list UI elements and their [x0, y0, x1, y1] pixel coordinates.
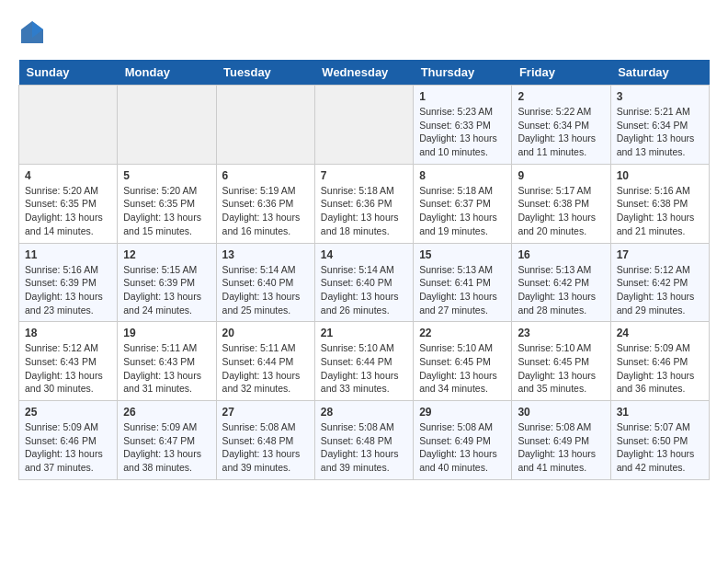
weekday-header-wednesday: Wednesday — [314, 60, 413, 86]
day-number: 1 — [419, 90, 506, 103]
calendar-day-cell: 14Sunrise: 5:14 AM Sunset: 6:40 PM Dayli… — [314, 243, 413, 322]
day-number: 3 — [617, 90, 703, 103]
weekday-header-sunday: Sunday — [19, 60, 118, 86]
page-header — [18, 18, 710, 46]
weekday-header-thursday: Thursday — [414, 60, 512, 86]
day-info: Sunrise: 5:23 AM Sunset: 6:33 PM Dayligh… — [419, 105, 506, 159]
day-info: Sunrise: 5:16 AM Sunset: 6:38 PM Dayligh… — [617, 184, 703, 238]
calendar-day-cell: 30Sunrise: 5:08 AM Sunset: 6:49 PM Dayli… — [512, 401, 610, 480]
day-info: Sunrise: 5:14 AM Sunset: 6:40 PM Dayligh… — [222, 263, 309, 317]
calendar-day-cell: 9Sunrise: 5:17 AM Sunset: 6:38 PM Daylig… — [512, 164, 610, 243]
calendar-day-cell: 12Sunrise: 5:15 AM Sunset: 6:39 PM Dayli… — [118, 243, 216, 322]
calendar-week-row: 18Sunrise: 5:12 AM Sunset: 6:43 PM Dayli… — [19, 322, 710, 401]
day-info: Sunrise: 5:08 AM Sunset: 6:48 PM Dayligh… — [321, 420, 407, 475]
calendar-day-cell: 27Sunrise: 5:08 AM Sunset: 6:48 PM Dayli… — [216, 401, 314, 480]
day-number: 30 — [518, 406, 604, 419]
day-info: Sunrise: 5:19 AM Sunset: 6:36 PM Dayligh… — [222, 184, 309, 238]
day-info: Sunrise: 5:10 AM Sunset: 6:45 PM Dayligh… — [518, 341, 604, 396]
calendar-day-cell: 3Sunrise: 5:21 AM Sunset: 6:34 PM Daylig… — [610, 86, 709, 165]
weekday-header-row: SundayMondayTuesdayWednesdayThursdayFrid… — [19, 60, 710, 86]
day-info: Sunrise: 5:09 AM Sunset: 6:46 PM Dayligh… — [25, 420, 111, 475]
day-info: Sunrise: 5:08 AM Sunset: 6:49 PM Dayligh… — [419, 420, 506, 475]
day-number: 7 — [321, 169, 407, 182]
weekday-header-friday: Friday — [512, 60, 610, 86]
calendar-day-cell: 24Sunrise: 5:09 AM Sunset: 6:46 PM Dayli… — [610, 322, 709, 401]
calendar-day-cell: 15Sunrise: 5:13 AM Sunset: 6:41 PM Dayli… — [414, 243, 512, 322]
day-info: Sunrise: 5:14 AM Sunset: 6:40 PM Dayligh… — [321, 263, 407, 317]
weekday-header-tuesday: Tuesday — [216, 60, 314, 86]
day-number: 18 — [25, 327, 111, 339]
calendar-day-cell: 22Sunrise: 5:10 AM Sunset: 6:45 PM Dayli… — [414, 322, 512, 401]
day-number: 2 — [518, 90, 604, 103]
day-number: 26 — [123, 406, 210, 419]
weekday-header-monday: Monday — [118, 60, 216, 86]
day-number: 22 — [419, 327, 506, 339]
day-info: Sunrise: 5:07 AM Sunset: 6:50 PM Dayligh… — [617, 420, 703, 475]
day-number: 28 — [321, 406, 407, 419]
weekday-header-saturday: Saturday — [610, 60, 709, 86]
calendar-table: SundayMondayTuesdayWednesdayThursdayFrid… — [18, 60, 710, 480]
calendar-day-cell: 18Sunrise: 5:12 AM Sunset: 6:43 PM Dayli… — [19, 322, 118, 401]
day-number: 5 — [123, 169, 210, 182]
calendar-day-cell: 16Sunrise: 5:13 AM Sunset: 6:42 PM Dayli… — [512, 243, 610, 322]
day-number: 25 — [25, 406, 111, 419]
day-number: 4 — [25, 169, 111, 182]
day-info: Sunrise: 5:08 AM Sunset: 6:49 PM Dayligh… — [518, 420, 604, 475]
calendar-day-cell: 2Sunrise: 5:22 AM Sunset: 6:34 PM Daylig… — [512, 86, 610, 165]
day-info: Sunrise: 5:20 AM Sunset: 6:35 PM Dayligh… — [25, 184, 111, 238]
day-info: Sunrise: 5:08 AM Sunset: 6:48 PM Dayligh… — [222, 420, 309, 475]
day-info: Sunrise: 5:11 AM Sunset: 6:44 PM Dayligh… — [222, 341, 309, 396]
calendar-day-cell: 21Sunrise: 5:10 AM Sunset: 6:44 PM Dayli… — [314, 322, 413, 401]
calendar-week-row: 25Sunrise: 5:09 AM Sunset: 6:46 PM Dayli… — [19, 401, 710, 480]
calendar-day-cell — [314, 86, 413, 165]
day-info: Sunrise: 5:16 AM Sunset: 6:39 PM Dayligh… — [25, 263, 111, 317]
day-number: 21 — [321, 327, 407, 339]
day-number: 27 — [222, 406, 309, 419]
day-info: Sunrise: 5:18 AM Sunset: 6:36 PM Dayligh… — [321, 184, 407, 238]
day-number: 23 — [518, 327, 604, 339]
calendar-day-cell: 10Sunrise: 5:16 AM Sunset: 6:38 PM Dayli… — [610, 164, 709, 243]
day-number: 13 — [222, 248, 309, 261]
day-number: 8 — [419, 169, 506, 182]
day-info: Sunrise: 5:13 AM Sunset: 6:41 PM Dayligh… — [419, 263, 506, 317]
day-info: Sunrise: 5:22 AM Sunset: 6:34 PM Dayligh… — [518, 105, 604, 159]
calendar-day-cell: 1Sunrise: 5:23 AM Sunset: 6:33 PM Daylig… — [414, 86, 512, 165]
day-number: 9 — [518, 169, 604, 182]
calendar-day-cell: 20Sunrise: 5:11 AM Sunset: 6:44 PM Dayli… — [216, 322, 314, 401]
day-number: 14 — [321, 248, 407, 261]
calendar-day-cell — [118, 86, 216, 165]
day-number: 15 — [419, 248, 506, 261]
day-info: Sunrise: 5:12 AM Sunset: 6:43 PM Dayligh… — [25, 341, 111, 396]
day-info: Sunrise: 5:13 AM Sunset: 6:42 PM Dayligh… — [518, 263, 604, 317]
day-number: 20 — [222, 327, 309, 339]
day-info: Sunrise: 5:09 AM Sunset: 6:46 PM Dayligh… — [617, 341, 703, 396]
calendar-day-cell: 23Sunrise: 5:10 AM Sunset: 6:45 PM Dayli… — [512, 322, 610, 401]
calendar-day-cell: 31Sunrise: 5:07 AM Sunset: 6:50 PM Dayli… — [610, 401, 709, 480]
day-info: Sunrise: 5:20 AM Sunset: 6:35 PM Dayligh… — [123, 184, 210, 238]
calendar-week-row: 4Sunrise: 5:20 AM Sunset: 6:35 PM Daylig… — [19, 164, 710, 243]
day-info: Sunrise: 5:09 AM Sunset: 6:47 PM Dayligh… — [123, 420, 210, 475]
calendar-day-cell: 26Sunrise: 5:09 AM Sunset: 6:47 PM Dayli… — [118, 401, 216, 480]
day-info: Sunrise: 5:11 AM Sunset: 6:43 PM Dayligh… — [123, 341, 210, 396]
calendar-day-cell: 8Sunrise: 5:18 AM Sunset: 6:37 PM Daylig… — [414, 164, 512, 243]
day-info: Sunrise: 5:10 AM Sunset: 6:44 PM Dayligh… — [321, 341, 407, 396]
day-info: Sunrise: 5:12 AM Sunset: 6:42 PM Dayligh… — [617, 263, 703, 317]
logo — [18, 18, 50, 46]
calendar-day-cell: 6Sunrise: 5:19 AM Sunset: 6:36 PM Daylig… — [216, 164, 314, 243]
calendar-day-cell: 11Sunrise: 5:16 AM Sunset: 6:39 PM Dayli… — [19, 243, 118, 322]
day-number: 6 — [222, 169, 309, 182]
day-number: 31 — [617, 406, 703, 419]
calendar-day-cell — [19, 86, 118, 165]
day-number: 29 — [419, 406, 506, 419]
day-number: 17 — [617, 248, 703, 261]
day-number: 16 — [518, 248, 604, 261]
calendar-day-cell: 4Sunrise: 5:20 AM Sunset: 6:35 PM Daylig… — [19, 164, 118, 243]
day-info: Sunrise: 5:21 AM Sunset: 6:34 PM Dayligh… — [617, 105, 703, 159]
logo-icon — [18, 18, 46, 46]
calendar-day-cell: 19Sunrise: 5:11 AM Sunset: 6:43 PM Dayli… — [118, 322, 216, 401]
calendar-day-cell — [216, 86, 314, 165]
calendar-day-cell: 25Sunrise: 5:09 AM Sunset: 6:46 PM Dayli… — [19, 401, 118, 480]
day-number: 10 — [617, 169, 703, 182]
day-number: 19 — [123, 327, 210, 339]
calendar-week-row: 1Sunrise: 5:23 AM Sunset: 6:33 PM Daylig… — [19, 86, 710, 165]
